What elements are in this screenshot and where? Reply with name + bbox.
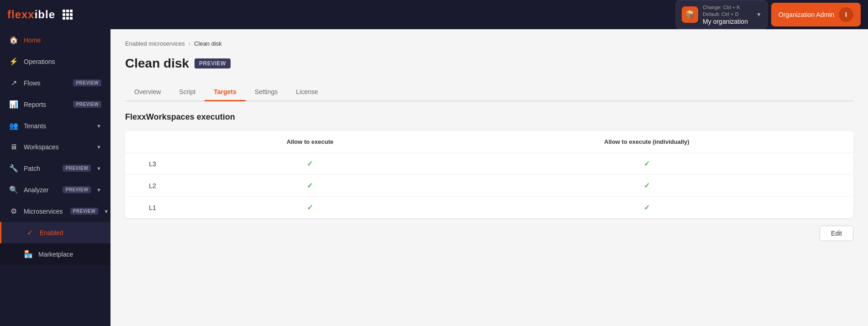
cell-allow-execute: ✓ — [180, 175, 440, 197]
sidebar-item-label: Marketplace — [38, 251, 101, 258]
workspaces-icon: 🖥 — [9, 143, 18, 151]
page-title-row: Clean disk PREVIEW — [125, 56, 853, 71]
cell-allow-individually: ✓ — [440, 153, 853, 175]
breadcrumb: Enabled microservices › Clean disk — [125, 40, 853, 47]
header-right: 📦 Change: Ctrl + KDefault: Ctrl + D My o… — [676, 0, 861, 29]
sidebar-item-reports[interactable]: 📊 Reports PREVIEW — [0, 94, 110, 115]
table-row: L3 ✓ ✓ — [125, 153, 853, 175]
edit-button[interactable]: Edit — [820, 226, 853, 241]
tab-targets[interactable]: Targets — [205, 84, 246, 101]
sidebar-item-operations[interactable]: ⚡ Operations — [0, 51, 110, 72]
chevron-down-icon: ▼ — [96, 166, 101, 171]
chevron-down-icon: ▼ — [96, 123, 101, 129]
sidebar-item-label: Reports — [24, 101, 66, 108]
preview-badge: PREVIEW — [73, 79, 101, 86]
analyzer-icon: 🔍 — [9, 185, 18, 194]
sidebar-item-analyzer[interactable]: 🔍 Analyzer PREVIEW ▼ — [0, 179, 110, 200]
cell-level: L2 — [125, 175, 180, 197]
targets-table: Allow to execute Allow to execute (indiv… — [125, 131, 853, 218]
logo: flexxible — [7, 8, 55, 21]
preview-tag: PREVIEW — [195, 58, 231, 68]
chevron-down-icon: ▼ — [756, 11, 762, 18]
cell-allow-individually: ✓ — [440, 197, 853, 219]
tab-settings[interactable]: Settings — [246, 84, 287, 101]
sidebar-item-microservices[interactable]: ⚙ Microservices PREVIEW ▼ — [0, 200, 110, 222]
table-header-row: Allow to execute Allow to execute (indiv… — [125, 131, 853, 153]
sidebar-item-label: Microservices — [24, 208, 63, 215]
flows-icon: ↗ — [9, 79, 18, 87]
breadcrumb-current: Clean disk — [194, 40, 222, 47]
targets-table-container: Allow to execute Allow to execute (indiv… — [125, 131, 853, 218]
sidebar-item-tenants[interactable]: 👥 Tenants ▼ — [0, 115, 110, 137]
sidebar-item-patch[interactable]: 🔧 Patch PREVIEW ▼ — [0, 158, 110, 179]
sidebar-item-label: Operations — [24, 58, 101, 65]
sidebar-item-label: Flows — [24, 79, 66, 87]
grid-icon[interactable] — [63, 10, 73, 20]
tab-overview[interactable]: Overview — [125, 84, 170, 101]
enabled-icon: ✓ — [25, 228, 34, 237]
sidebar: 🏠 Home ⚡ Operations ↗ Flows PREVIEW 📊 Re… — [0, 29, 110, 326]
sidebar-item-marketplace[interactable]: 🏪 Marketplace — [0, 243, 110, 265]
tab-script[interactable]: Script — [170, 84, 205, 101]
microservices-icon: ⚙ — [9, 207, 18, 216]
check-icon: ✓ — [307, 204, 313, 211]
chevron-down-icon: ▼ — [104, 209, 109, 214]
sidebar-item-label: Analyzer — [24, 186, 55, 194]
cell-allow-individually: ✓ — [440, 175, 853, 197]
table-row: L1 ✓ ✓ — [125, 197, 853, 219]
cell-allow-execute: ✓ — [180, 153, 440, 175]
breadcrumb-parent[interactable]: Enabled microservices — [125, 40, 185, 47]
chevron-down-icon: ▼ — [96, 187, 101, 193]
user-button[interactable]: Organization Admin I — [771, 3, 861, 26]
sidebar-item-label: Enabled — [40, 229, 101, 237]
sidebar-item-label: Workspaces — [24, 143, 91, 151]
main-layout: 🏠 Home ⚡ Operations ↗ Flows PREVIEW 📊 Re… — [0, 29, 868, 326]
sidebar-item-home[interactable]: 🏠 Home — [0, 29, 110, 51]
tab-license[interactable]: License — [287, 84, 327, 101]
sidebar-item-workspaces[interactable]: 🖥 Workspaces ▼ — [0, 137, 110, 158]
org-icon: 📦 — [682, 6, 698, 23]
avatar: I — [839, 7, 853, 22]
table-row: L2 ✓ ✓ — [125, 175, 853, 197]
marketplace-icon: 🏪 — [24, 250, 33, 258]
check-icon: ✓ — [644, 204, 650, 211]
breadcrumb-separator: › — [189, 40, 190, 47]
tabs: Overview Script Targets Settings License — [125, 84, 853, 101]
top-header: flexxible 📦 Change: Ctrl + KDefault: Ctr… — [0, 0, 868, 29]
col-allow-individually: Allow to execute (individually) — [440, 131, 853, 153]
org-shortcuts: Change: Ctrl + KDefault: Ctrl + D — [703, 4, 748, 18]
check-icon: ✓ — [307, 182, 313, 189]
page-title: Clean disk — [125, 56, 189, 71]
header-left: flexxible — [7, 8, 73, 21]
section-title: FlexxWorkspaces execution — [125, 112, 853, 122]
sidebar-item-label: Patch — [24, 165, 55, 172]
user-label: Organization Admin — [779, 11, 834, 18]
cell-allow-execute: ✓ — [180, 197, 440, 219]
check-icon: ✓ — [307, 160, 313, 168]
reports-icon: 📊 — [9, 100, 18, 109]
preview-badge: PREVIEW — [73, 101, 101, 108]
org-info: Change: Ctrl + KDefault: Ctrl + D My org… — [703, 4, 748, 26]
cell-level: L1 — [125, 197, 180, 219]
org-selector[interactable]: 📦 Change: Ctrl + KDefault: Ctrl + D My o… — [676, 0, 768, 29]
cell-level: L3 — [125, 153, 180, 175]
sidebar-item-enabled[interactable]: ✓ Enabled — [0, 222, 110, 243]
logo-text: flexxible — [7, 8, 55, 21]
check-icon: ✓ — [644, 182, 650, 189]
chevron-down-icon: ▼ — [96, 144, 101, 150]
preview-badge: PREVIEW — [63, 165, 91, 172]
sidebar-item-label: Tenants — [24, 122, 91, 130]
org-name: My organization — [703, 18, 748, 25]
home-icon: 🏠 — [9, 36, 18, 44]
operations-icon: ⚡ — [9, 57, 18, 66]
col-level — [125, 131, 180, 153]
main-content: Enabled microservices › Clean disk Clean… — [110, 29, 868, 326]
sidebar-item-flows[interactable]: ↗ Flows PREVIEW — [0, 72, 110, 94]
edit-button-row: Edit — [125, 226, 853, 241]
sidebar-item-label: Home — [24, 37, 101, 44]
tenants-icon: 👥 — [9, 121, 18, 130]
preview-badge: PREVIEW — [63, 186, 91, 193]
preview-badge: PREVIEW — [70, 208, 99, 215]
col-allow-execute: Allow to execute — [180, 131, 440, 153]
check-icon: ✓ — [644, 160, 650, 168]
